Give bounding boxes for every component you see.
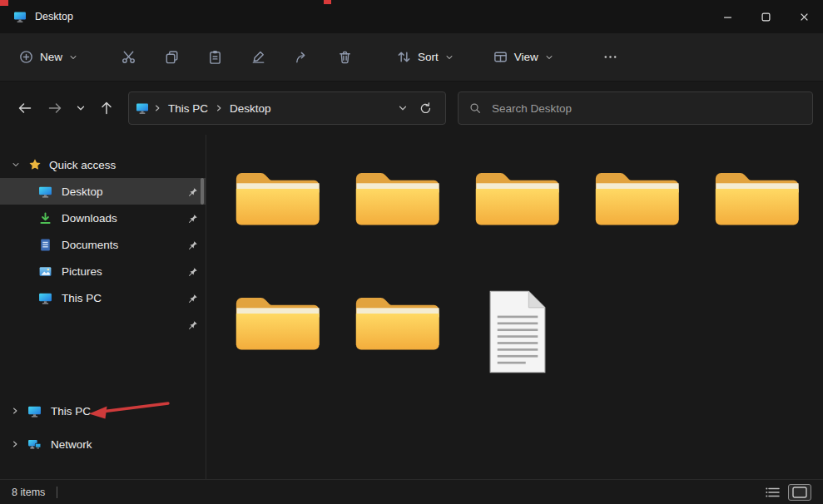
desktop-icon — [38, 185, 52, 199]
file-item-document[interactable] — [458, 284, 578, 409]
cut-button[interactable] — [107, 42, 150, 73]
file-item-folder[interactable] — [458, 160, 578, 284]
back-button[interactable] — [10, 93, 40, 123]
tree-item-this-pc[interactable]: This PC — [0, 396, 206, 426]
refresh-button[interactable] — [412, 95, 439, 121]
file-item-folder[interactable] — [338, 284, 458, 409]
tree-item-network[interactable]: Network — [0, 429, 206, 459]
downloads-icon — [38, 211, 52, 225]
address-bar[interactable]: This PC Desktop — [128, 91, 446, 125]
sidebar-item-quick-access[interactable]: Quick access — [0, 151, 206, 178]
pictures-icon — [38, 264, 52, 279]
file-item-folder[interactable] — [578, 160, 697, 284]
forward-button[interactable] — [40, 93, 70, 123]
pin-icon — [186, 319, 198, 330]
quick-access-label: Quick access — [49, 159, 116, 171]
status-divider — [57, 487, 57, 498]
pin-icon — [186, 239, 198, 250]
folder-icon — [231, 289, 325, 354]
file-item-folder[interactable] — [218, 160, 338, 284]
navigation-bar: This PC Desktop — [0, 82, 823, 135]
sidebar-item-label: Documents — [62, 239, 118, 251]
view-button[interactable]: View — [486, 42, 561, 73]
file-grid — [206, 135, 823, 479]
sidebar-item-pictures[interactable]: Pictures — [0, 258, 206, 284]
maximize-icon — [761, 12, 771, 22]
back-arrow-icon — [17, 100, 33, 116]
chevron-right-icon — [10, 439, 20, 449]
chevron-down-icon — [75, 102, 87, 114]
sidebar-item-label: Downloads — [62, 212, 117, 225]
pin-icon — [186, 292, 198, 304]
sidebar-item-downloads[interactable]: Downloads — [0, 205, 206, 231]
rename-button[interactable] — [236, 42, 280, 73]
more-options-icon — [602, 49, 618, 65]
up-arrow-icon — [98, 100, 115, 116]
chevron-down-icon[interactable] — [397, 102, 409, 114]
star-icon — [28, 158, 42, 171]
new-button-label: New — [40, 51, 62, 63]
folder-icon — [711, 165, 804, 230]
sidebar-item-desktop[interactable]: Desktop — [0, 178, 206, 205]
more-options-button[interactable] — [589, 42, 632, 73]
folder-icon — [471, 165, 564, 230]
new-button[interactable]: New — [12, 42, 85, 73]
sidebar-item-documents[interactable]: Documents — [0, 231, 206, 258]
chevron-down-icon — [544, 52, 554, 62]
sort-button[interactable]: Sort — [389, 42, 461, 73]
sidebar-item-label: Pictures — [62, 265, 102, 278]
window-title: Desktop — [35, 11, 73, 22]
details-view-button[interactable] — [765, 486, 781, 499]
pin-icon — [186, 212, 198, 224]
large-icons-view-icon — [792, 487, 807, 498]
sidebar: Quick access Desktop — [0, 135, 206, 479]
delete-icon — [337, 49, 353, 65]
view-icon — [493, 49, 508, 65]
tree-item-label: This PC — [51, 405, 91, 418]
rename-icon — [250, 49, 266, 65]
chevron-right-icon — [152, 103, 162, 113]
share-button[interactable] — [280, 42, 323, 73]
view-button-label: View — [514, 51, 538, 63]
folder-icon — [351, 165, 444, 230]
sidebar-item-label: Desktop — [62, 185, 103, 198]
tree-item-label: Network — [51, 438, 92, 451]
paste-button[interactable] — [193, 42, 236, 73]
chevron-down-icon — [68, 52, 78, 62]
search-input[interactable] — [490, 101, 802, 116]
close-icon — [800, 12, 809, 22]
recent-locations-button[interactable] — [70, 93, 92, 123]
file-item-folder[interactable] — [697, 160, 817, 284]
sidebar-scrollbar-thumb[interactable] — [201, 178, 204, 205]
breadcrumb-desktop[interactable]: Desktop — [227, 102, 274, 115]
maximize-button[interactable] — [746, 0, 785, 33]
breadcrumb-this-pc[interactable]: This PC — [166, 102, 211, 115]
chevron-right-icon — [10, 406, 20, 416]
folder-icon — [351, 289, 444, 354]
up-button[interactable] — [92, 93, 121, 123]
sort-button-label: Sort — [418, 51, 439, 63]
item-count: 8 items — [12, 487, 45, 498]
search-icon — [469, 101, 482, 115]
delete-button[interactable] — [323, 42, 366, 73]
forward-arrow-icon — [47, 100, 63, 116]
large-icons-view-button[interactable] — [788, 484, 811, 501]
sidebar-item-unlabeled[interactable] — [0, 311, 206, 338]
desktop-location-icon — [136, 101, 149, 115]
sort-icon — [396, 49, 412, 65]
chevron-right-icon — [214, 103, 224, 113]
cut-icon — [121, 49, 136, 65]
close-button[interactable] — [785, 0, 823, 33]
file-item-folder[interactable] — [338, 160, 458, 284]
search-box[interactable] — [458, 91, 813, 125]
titlebar: Desktop — [0, 0, 823, 33]
pin-icon — [186, 265, 198, 277]
network-icon — [27, 437, 42, 452]
file-item-folder[interactable] — [218, 284, 338, 409]
details-view-icon — [765, 486, 781, 499]
sidebar-item-this-pc[interactable]: This PC — [0, 284, 206, 311]
minimize-button[interactable] — [708, 0, 746, 33]
this-pc-icon — [27, 404, 42, 418]
copy-button[interactable] — [150, 42, 193, 73]
blank-icon — [38, 318, 52, 332]
